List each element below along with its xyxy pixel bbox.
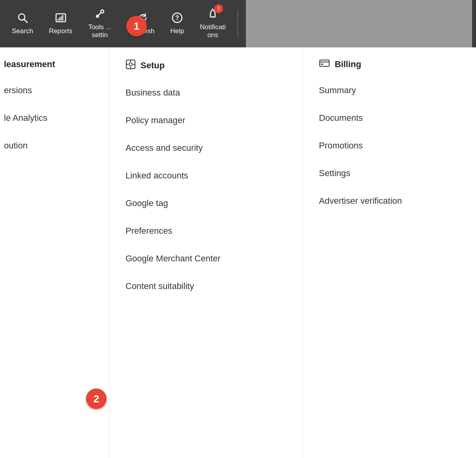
menu-google-merchant[interactable]: Google Merchant Center <box>126 245 287 272</box>
notification-badge: ! <box>214 4 223 13</box>
top-navigation: Search Reports Tools ...settin <box>0 0 476 47</box>
menu-linked-accounts[interactable]: Linked accounts <box>126 162 287 190</box>
menu-documents[interactable]: Documents <box>319 104 460 132</box>
nav-reports-label: Reports <box>49 27 73 35</box>
nav-reports[interactable]: Reports <box>41 0 81 47</box>
nav-search-label: Search <box>12 27 33 35</box>
help-icon: ? <box>172 12 183 25</box>
step-1-badge: 1 <box>126 16 147 36</box>
svg-rect-18 <box>320 60 329 66</box>
nav-tools-label: Tools ...settin <box>88 23 111 39</box>
nav-account-area <box>246 0 472 47</box>
svg-line-1 <box>24 19 27 23</box>
step-2-badge: 2 <box>86 389 107 409</box>
menu-preferences[interactable]: Preferences <box>126 217 287 245</box>
notifications-icon: ! <box>207 8 218 21</box>
nav-notifications-label: Notifications <box>200 23 226 39</box>
menu-promotions[interactable]: Promotions <box>319 132 460 160</box>
billing-column: Billing Summary Documents Promotions Set… <box>303 47 476 458</box>
nav-divider <box>238 10 238 38</box>
nav-notifications[interactable]: ! Notifications <box>192 0 234 47</box>
nav-help-label: Help <box>171 27 184 35</box>
menu-content-suitability[interactable]: Content suitability <box>126 272 287 300</box>
billing-title: Billing <box>335 59 361 69</box>
setup-column: Setup Business data Policy manager Acces… <box>110 47 303 458</box>
setup-icon <box>126 59 136 72</box>
menu-settings[interactable]: Settings <box>319 160 460 187</box>
billing-header: Billing <box>319 59 460 77</box>
search-icon <box>17 12 28 25</box>
menu-conversions[interactable]: ersions <box>4 77 109 104</box>
setup-title: Setup <box>141 60 165 71</box>
nav-tools[interactable]: Tools ...settin <box>80 0 123 47</box>
menu-business-data[interactable]: Business data <box>126 79 287 107</box>
billing-icon <box>319 59 330 69</box>
menu-attribution[interactable]: oution <box>4 132 109 160</box>
menu-advertiser-verification[interactable]: Advertiser verification <box>319 187 460 215</box>
dropdown-menu: leasurement ersions le Analytics oution … <box>0 47 476 458</box>
svg-text:?: ? <box>175 15 179 21</box>
setup-header: Setup <box>126 59 287 79</box>
measurement-header: leasurement <box>4 59 109 77</box>
nav-search[interactable]: Search <box>4 0 41 47</box>
nav-help[interactable]: ? Help <box>163 0 192 47</box>
tools-icon <box>94 8 105 21</box>
menu-summary[interactable]: Summary <box>319 77 460 104</box>
menu-google-tag[interactable]: Google tag <box>126 190 287 217</box>
menu-policy-manager[interactable]: Policy manager <box>126 107 287 134</box>
svg-rect-20 <box>321 64 323 65</box>
menu-access-security[interactable]: Access and security <box>126 134 287 162</box>
reports-icon <box>55 12 66 25</box>
menu-analytics[interactable]: le Analytics <box>4 104 109 132</box>
svg-point-13 <box>129 63 132 66</box>
measurement-title: leasurement <box>4 59 55 69</box>
